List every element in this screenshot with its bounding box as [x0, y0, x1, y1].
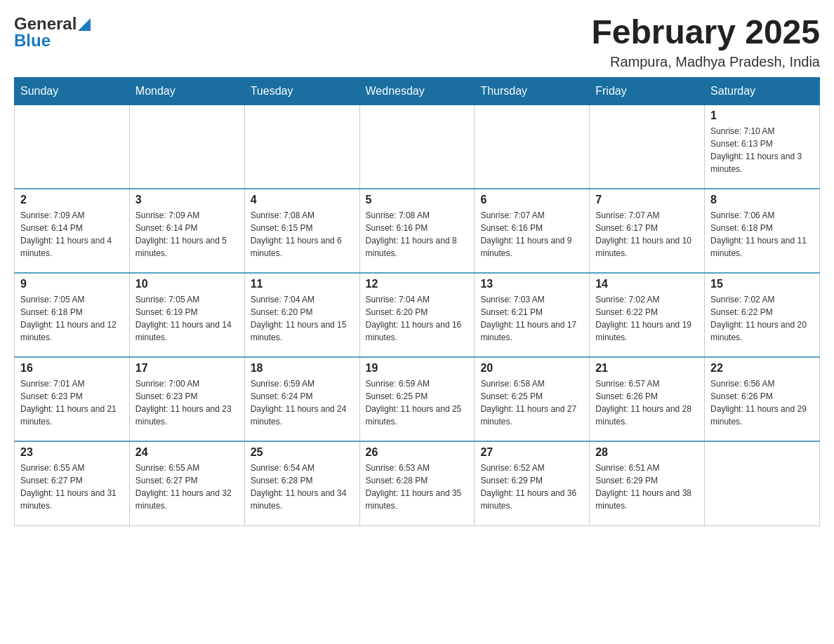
calendar-day-cell: 7Sunrise: 7:07 AMSunset: 6:17 PMDaylight… [590, 189, 705, 273]
calendar-day-cell: 8Sunrise: 7:06 AMSunset: 6:18 PMDaylight… [705, 189, 820, 273]
day-number: 17 [135, 362, 239, 375]
day-number: 18 [251, 362, 354, 375]
calendar-week-row: 23Sunrise: 6:55 AMSunset: 6:27 PMDayligh… [15, 441, 820, 525]
day-number: 22 [710, 362, 814, 375]
day-number: 24 [135, 446, 239, 459]
calendar-day-cell: 12Sunrise: 7:04 AMSunset: 6:20 PMDayligh… [359, 273, 475, 357]
day-info: Sunrise: 6:58 AMSunset: 6:25 PMDaylight:… [480, 377, 583, 428]
day-info: Sunrise: 7:10 AMSunset: 6:13 PMDaylight:… [710, 125, 814, 175]
day-number: 6 [480, 194, 583, 206]
location-title: Rampura, Madhya Pradesh, India [591, 54, 820, 70]
calendar-day-cell: 13Sunrise: 7:03 AMSunset: 6:21 PMDayligh… [475, 273, 590, 357]
weekday-header-tuesday: Tuesday [244, 77, 359, 105]
day-info: Sunrise: 7:03 AMSunset: 6:21 PMDaylight:… [480, 293, 583, 344]
calendar-day-cell: 25Sunrise: 6:54 AMSunset: 6:28 PMDayligh… [244, 441, 359, 525]
calendar-day-cell: 19Sunrise: 6:59 AMSunset: 6:25 PMDayligh… [359, 357, 475, 441]
calendar-day-cell: 21Sunrise: 6:57 AMSunset: 6:26 PMDayligh… [590, 357, 705, 441]
day-info: Sunrise: 7:09 AMSunset: 6:14 PMDaylight:… [135, 209, 239, 260]
day-info: Sunrise: 6:52 AMSunset: 6:29 PMDaylight:… [480, 462, 583, 512]
calendar-day-cell: 16Sunrise: 7:01 AMSunset: 6:23 PMDayligh… [15, 357, 130, 441]
calendar-week-row: 9Sunrise: 7:05 AMSunset: 6:18 PMDaylight… [15, 273, 820, 357]
day-number: 1 [710, 109, 814, 122]
day-number: 13 [480, 278, 583, 290]
day-number: 3 [135, 194, 239, 206]
page-header: General Blue February 2025 Rampura, Madh… [14, 14, 820, 70]
weekday-header-monday: Monday [129, 77, 244, 105]
weekday-header-thursday: Thursday [475, 77, 590, 105]
svg-marker-0 [78, 18, 91, 31]
day-info: Sunrise: 6:56 AMSunset: 6:26 PMDaylight:… [710, 377, 814, 428]
day-info: Sunrise: 7:04 AMSunset: 6:20 PMDaylight:… [251, 293, 354, 344]
day-info: Sunrise: 6:51 AMSunset: 6:29 PMDaylight:… [595, 462, 699, 512]
calendar-day-cell: 18Sunrise: 6:59 AMSunset: 6:24 PMDayligh… [244, 357, 359, 441]
title-area: February 2025 Rampura, Madhya Pradesh, I… [591, 14, 820, 70]
calendar-day-cell: 23Sunrise: 6:55 AMSunset: 6:27 PMDayligh… [15, 441, 130, 525]
calendar-day-cell [590, 105, 705, 189]
logo-triangle-icon [78, 18, 91, 31]
day-info: Sunrise: 7:01 AMSunset: 6:23 PMDaylight:… [20, 377, 124, 428]
calendar-day-cell: 28Sunrise: 6:51 AMSunset: 6:29 PMDayligh… [590, 441, 705, 525]
day-info: Sunrise: 6:59 AMSunset: 6:24 PMDaylight:… [251, 377, 354, 428]
weekday-header-row: SundayMondayTuesdayWednesdayThursdayFrid… [15, 77, 820, 105]
calendar-day-cell [15, 105, 130, 189]
weekday-header-saturday: Saturday [705, 77, 820, 105]
calendar-week-row: 16Sunrise: 7:01 AMSunset: 6:23 PMDayligh… [15, 357, 820, 441]
day-number: 19 [366, 362, 469, 375]
day-info: Sunrise: 6:54 AMSunset: 6:28 PMDaylight:… [251, 462, 354, 512]
day-number: 12 [366, 278, 469, 290]
calendar-day-cell: 2Sunrise: 7:09 AMSunset: 6:14 PMDaylight… [15, 189, 130, 273]
calendar-day-cell [705, 441, 820, 525]
calendar-day-cell: 17Sunrise: 7:00 AMSunset: 6:23 PMDayligh… [129, 357, 244, 441]
calendar-day-cell: 22Sunrise: 6:56 AMSunset: 6:26 PMDayligh… [705, 357, 820, 441]
calendar-day-cell: 20Sunrise: 6:58 AMSunset: 6:25 PMDayligh… [475, 357, 590, 441]
calendar-day-cell: 9Sunrise: 7:05 AMSunset: 6:18 PMDaylight… [15, 273, 130, 357]
day-number: 23 [20, 446, 124, 459]
day-number: 26 [366, 446, 469, 459]
day-info: Sunrise: 6:57 AMSunset: 6:26 PMDaylight:… [595, 377, 699, 428]
calendar-day-cell [244, 105, 359, 189]
month-title: February 2025 [591, 14, 820, 51]
calendar-day-cell: 5Sunrise: 7:08 AMSunset: 6:16 PMDaylight… [359, 189, 475, 273]
calendar-table: SundayMondayTuesdayWednesdayThursdayFrid… [14, 77, 820, 526]
day-number: 16 [20, 362, 124, 375]
weekday-header-wednesday: Wednesday [359, 77, 475, 105]
day-number: 21 [595, 362, 699, 375]
day-info: Sunrise: 7:00 AMSunset: 6:23 PMDaylight:… [135, 377, 239, 428]
day-number: 15 [710, 278, 814, 290]
day-number: 11 [251, 278, 354, 290]
day-number: 28 [595, 446, 699, 459]
calendar-day-cell: 15Sunrise: 7:02 AMSunset: 6:22 PMDayligh… [705, 273, 820, 357]
calendar-day-cell: 11Sunrise: 7:04 AMSunset: 6:20 PMDayligh… [244, 273, 359, 357]
day-info: Sunrise: 7:08 AMSunset: 6:15 PMDaylight:… [251, 209, 354, 260]
day-info: Sunrise: 7:05 AMSunset: 6:18 PMDaylight:… [20, 293, 124, 344]
calendar-week-row: 2Sunrise: 7:09 AMSunset: 6:14 PMDaylight… [15, 189, 820, 273]
day-number: 7 [595, 194, 699, 206]
calendar-day-cell [359, 105, 475, 189]
calendar-day-cell: 27Sunrise: 6:52 AMSunset: 6:29 PMDayligh… [475, 441, 590, 525]
calendar-day-cell: 6Sunrise: 7:07 AMSunset: 6:16 PMDaylight… [475, 189, 590, 273]
day-info: Sunrise: 7:07 AMSunset: 6:16 PMDaylight:… [480, 209, 583, 260]
calendar-day-cell: 10Sunrise: 7:05 AMSunset: 6:19 PMDayligh… [129, 273, 244, 357]
weekday-header-sunday: Sunday [15, 77, 130, 105]
calendar-day-cell: 26Sunrise: 6:53 AMSunset: 6:28 PMDayligh… [359, 441, 475, 525]
day-info: Sunrise: 7:02 AMSunset: 6:22 PMDaylight:… [595, 293, 699, 344]
day-info: Sunrise: 6:53 AMSunset: 6:28 PMDaylight:… [366, 462, 469, 512]
day-info: Sunrise: 7:05 AMSunset: 6:19 PMDaylight:… [135, 293, 239, 344]
calendar-week-row: 1Sunrise: 7:10 AMSunset: 6:13 PMDaylight… [15, 105, 820, 189]
day-number: 27 [480, 446, 583, 459]
logo: General Blue [14, 14, 91, 51]
day-number: 5 [366, 194, 469, 206]
day-info: Sunrise: 7:06 AMSunset: 6:18 PMDaylight:… [710, 209, 814, 260]
calendar-day-cell [475, 105, 590, 189]
day-info: Sunrise: 6:55 AMSunset: 6:27 PMDaylight:… [20, 462, 124, 512]
day-number: 9 [20, 278, 124, 290]
day-info: Sunrise: 6:55 AMSunset: 6:27 PMDaylight:… [135, 462, 239, 512]
day-info: Sunrise: 6:59 AMSunset: 6:25 PMDaylight:… [366, 377, 469, 428]
calendar-day-cell: 4Sunrise: 7:08 AMSunset: 6:15 PMDaylight… [244, 189, 359, 273]
day-number: 2 [20, 194, 124, 206]
day-info: Sunrise: 7:08 AMSunset: 6:16 PMDaylight:… [366, 209, 469, 260]
calendar-day-cell [129, 105, 244, 189]
weekday-header-friday: Friday [590, 77, 705, 105]
day-number: 14 [595, 278, 699, 290]
day-number: 25 [251, 446, 354, 459]
